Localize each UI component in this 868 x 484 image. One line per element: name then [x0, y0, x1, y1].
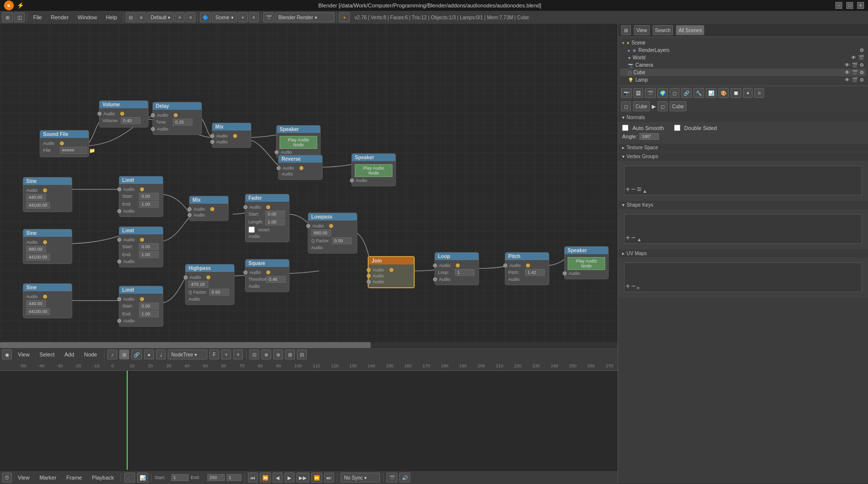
fader-start[interactable]: 0.00: [265, 211, 285, 218]
ne-mode-btn3[interactable]: ●: [144, 350, 154, 359]
cube-render-icon[interactable]: 🎬: [852, 70, 858, 75]
rp-render-tab[interactable]: 🖼: [633, 88, 643, 98]
layout-grid-btn[interactable]: ⊟: [126, 12, 136, 22]
limit3-end[interactable]: 1.00: [139, 310, 159, 317]
shape-keys-list[interactable]: + − ▲: [624, 214, 862, 244]
limit1-end[interactable]: 1.00: [139, 201, 159, 208]
rp-texture-tab[interactable]: 🔲: [730, 88, 741, 98]
limit1-start[interactable]: 0.00: [139, 193, 159, 200]
lowpass-qfactor[interactable]: 0.50: [332, 237, 352, 244]
uv-maps-header[interactable]: ▸ UV Maps: [618, 249, 868, 258]
menu-render[interactable]: Render: [47, 13, 73, 21]
normals-header[interactable]: ▾ Normals: [618, 113, 868, 122]
ne-view-menu[interactable]: View: [14, 351, 34, 358]
square-threshold[interactable]: 0.46: [266, 276, 286, 283]
rp-view-label[interactable]: View: [634, 25, 650, 35]
vertex-group-options-icon[interactable]: ≡: [637, 185, 641, 194]
loop-value[interactable]: 1: [455, 269, 475, 276]
scene-add-btn[interactable]: +: [238, 12, 248, 22]
vertex-group-remove-icon[interactable]: −: [631, 185, 635, 194]
camera-settings-icon[interactable]: ⚙: [860, 62, 864, 68]
auto-smooth-check[interactable]: [622, 125, 628, 131]
pb-anim-btn2[interactable]: 📊: [137, 473, 148, 483]
ne-zoom-in-btn[interactable]: ⊕: [261, 350, 271, 359]
shape-key-remove-icon[interactable]: −: [631, 233, 635, 242]
sine1-samp[interactable]: 44100.00: [26, 202, 50, 209]
sine3-samp[interactable]: 44100.00: [26, 308, 50, 315]
rp-scene-tab[interactable]: 🎬: [645, 88, 656, 98]
ne-nodetree-dropdown[interactable]: NodeTree▾: [168, 350, 207, 359]
limit3-start[interactable]: 0.00: [139, 303, 159, 309]
double-sided-check[interactable]: [674, 125, 680, 131]
speaker1-play-btn[interactable]: Play Audio Node: [280, 136, 317, 149]
ne-select-menu[interactable]: Select: [36, 351, 59, 358]
ne-mode-btn1[interactable]: ⊞: [119, 350, 129, 359]
ne-add-menu[interactable]: Add: [60, 351, 78, 358]
lamp-eye-icon[interactable]: 👁: [845, 77, 850, 83]
end-frame-input[interactable]: [207, 474, 225, 481]
camera-eye-icon[interactable]: 👁: [845, 62, 850, 68]
minimize-button[interactable]: −: [835, 2, 842, 9]
layout-add-btn[interactable]: +: [175, 12, 185, 22]
vertex-group-list[interactable]: + − ≡ ▲: [624, 166, 862, 195]
ne-add-node-btn[interactable]: +: [221, 350, 231, 359]
node-editor-scrollbar-h[interactable]: [0, 342, 618, 348]
rp-all-scenes-btn[interactable]: All Scenes: [676, 25, 704, 35]
world-eye-icon[interactable]: 👁: [851, 55, 856, 60]
scene-del-btn[interactable]: ×: [249, 12, 259, 22]
cube-settings-icon[interactable]: ⚙: [860, 70, 864, 75]
rp-view-icon[interactable]: ⊞: [621, 25, 631, 35]
tree-cube[interactable]: ◻ Cube 👁 🎬 ⚙: [620, 69, 866, 76]
pb-marker-menu[interactable]: Marker: [36, 474, 60, 482]
maximize-button[interactable]: □: [846, 2, 853, 9]
ne-paste-btn[interactable]: ⊟: [297, 350, 307, 359]
rp-prop-icon[interactable]: ◻: [621, 101, 631, 111]
pb-render-btn[interactable]: 🎬: [386, 473, 397, 483]
angle-value[interactable]: 180°: [639, 133, 659, 140]
lowpass-freq[interactable]: 660.00: [311, 229, 331, 236]
pitch-value[interactable]: 1.42: [525, 269, 545, 276]
tree-camera[interactable]: 📷 Camera 👁 🎬 ⚙: [620, 61, 866, 69]
pb-playback-menu[interactable]: Playback: [88, 474, 118, 482]
ne-mode-btn4[interactable]: ♩: [156, 350, 166, 359]
ne-node-menu[interactable]: Node: [80, 351, 101, 358]
ne-copy-btn[interactable]: ⊞: [285, 350, 295, 359]
pb-view-menu[interactable]: View: [14, 474, 34, 482]
scene-icon[interactable]: 🔷: [200, 12, 211, 22]
uv-maps-list[interactable]: + − ≡: [624, 263, 862, 292]
limit2-start[interactable]: 0.00: [139, 243, 159, 250]
pb-frame-menu[interactable]: Frame: [62, 474, 86, 482]
tree-scene[interactable]: ▾ ● Scene: [620, 39, 866, 46]
tree-renderlayers[interactable]: ▸ ◈ RenderLayers ⚙: [620, 46, 866, 54]
layout-icon-btn[interactable]: ⊞: [2, 12, 13, 22]
menu-help[interactable]: Help: [102, 13, 121, 21]
layout-dropdown[interactable]: Default▾: [147, 12, 174, 22]
uv-options-icon[interactable]: ≡: [637, 285, 640, 291]
pb-audio-btn[interactable]: 🔊: [399, 473, 410, 483]
texture-space-header[interactable]: ▸ Texture Space: [618, 143, 868, 152]
rp-particle-tab[interactable]: ✦: [743, 88, 753, 98]
sine2-freq[interactable]: 880.00: [26, 246, 46, 253]
scene-dropdown[interactable]: Scene▾: [212, 12, 237, 22]
uv-add-icon[interactable]: +: [626, 282, 630, 291]
rp-world-tab[interactable]: 🌍: [657, 88, 668, 98]
pb-next-key-btn[interactable]: ⏩: [311, 473, 322, 483]
current-frame-input[interactable]: [227, 474, 241, 481]
highpass-qfactor[interactable]: 0.50: [209, 289, 229, 296]
rp-camera-tab[interactable]: 📷: [621, 88, 632, 98]
shape-keys-header[interactable]: ▾ Shape Keys: [618, 201, 868, 209]
world-render-icon[interactable]: 🎬: [858, 55, 864, 60]
pb-jump-start-btn[interactable]: ⏮: [248, 473, 258, 483]
speaker2-play-btn[interactable]: Play Audio Node: [355, 164, 392, 177]
vertex-groups-header[interactable]: ▾ Vertex Groups: [618, 152, 868, 161]
cube-eye-icon[interactable]: 👁: [845, 70, 850, 75]
sine1-freq[interactable]: 440.00: [26, 194, 46, 201]
sine3-freq[interactable]: 440.00: [26, 300, 46, 307]
lamp-settings-icon[interactable]: ⚙: [860, 77, 864, 83]
start-frame-input[interactable]: [171, 474, 189, 481]
lamp-render-icon[interactable]: 🎬: [852, 77, 858, 83]
rp-physics-tab[interactable]: ⚛: [754, 88, 764, 98]
speaker3-play-btn[interactable]: Play Audio Node: [568, 257, 605, 270]
vertex-group-add-icon[interactable]: +: [626, 185, 630, 194]
node-editor-canvas[interactable]: Sound File Audio File: 📁 Volume Audio: [0, 24, 618, 348]
